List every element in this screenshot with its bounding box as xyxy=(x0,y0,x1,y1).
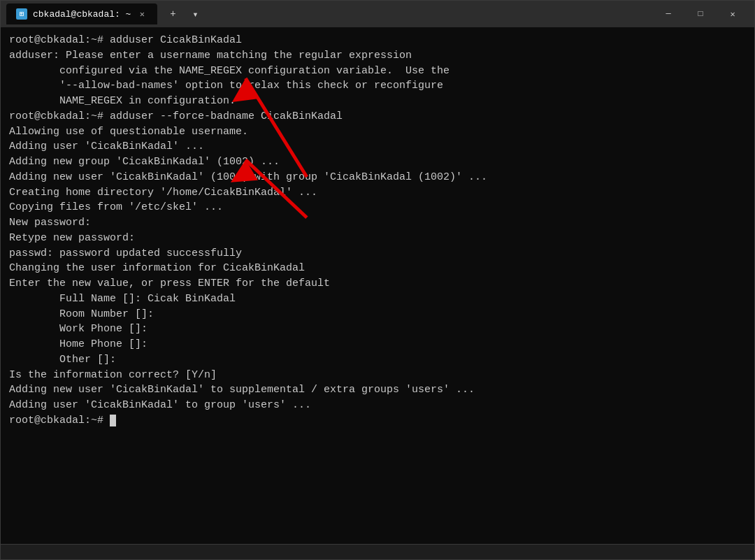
tab-label: cbkadal@cbkadal: ~ xyxy=(33,9,131,20)
toolbar-buttons: + ▾ xyxy=(163,4,205,24)
terminal-line: Enter the new value, or press ENTER for … xyxy=(9,276,746,292)
terminal-line: Adding user 'CicakBinKadal' ... xyxy=(9,139,746,155)
terminal-line: NAME_REGEX in configuration. xyxy=(9,94,746,109)
terminal-line: root@cbkadal:~# xyxy=(9,413,746,429)
terminal-line: root@cbkadal:~# adduser CicakBinKadal xyxy=(9,33,746,48)
terminal-window: ⊞ cbkadal@cbkadal: ~ ✕ + ▾ ─ □ ✕ root@cb… xyxy=(0,0,755,560)
terminal-line: Adding new group 'CicakBinKadal' (1002) … xyxy=(9,155,746,170)
terminal-line: New password: xyxy=(9,215,746,231)
terminal-output: root@cbkadal:~# adduser CicakBinKadaladd… xyxy=(9,33,746,429)
terminal-line: Adding new user 'CicakBinKadal' to suppl… xyxy=(9,382,746,398)
terminal-cursor xyxy=(110,415,116,426)
terminal-line: Adding new user 'CicakBinKadal' (1002) w… xyxy=(9,170,746,185)
terminal-line: passwd: password updated successfully xyxy=(9,246,746,261)
terminal-line: Full Name []: Cicak BinKadal xyxy=(9,292,746,307)
terminal-line: Is the information correct? [Y/n] xyxy=(9,368,746,383)
title-bar: ⊞ cbkadal@cbkadal: ~ ✕ + ▾ ─ □ ✕ xyxy=(1,1,754,27)
terminal-line: Allowing use of questionable username. xyxy=(9,124,746,140)
terminal-line: Other []: xyxy=(9,352,746,368)
terminal-line: Room Number []: xyxy=(9,307,746,322)
terminal-line: Creating home directory '/home/CicakBinK… xyxy=(9,185,746,201)
terminal-content[interactable]: root@cbkadal:~# adduser CicakBinKadaladd… xyxy=(1,27,754,544)
tab-icon: ⊞ xyxy=(16,8,27,20)
terminal-line: '--allow-bad-names' option to relax this… xyxy=(9,78,746,94)
minimize-button[interactable]: ─ xyxy=(652,1,684,27)
window-controls: ─ □ ✕ xyxy=(652,1,749,27)
terminal-line: Home Phone []: xyxy=(9,337,746,352)
terminal-line: Retype new password: xyxy=(9,231,746,246)
new-tab-button[interactable]: + xyxy=(163,4,182,24)
terminal-line: Copying files from '/etc/skel' ... xyxy=(9,200,746,215)
terminal-line: adduser: Please enter a username matchin… xyxy=(9,48,746,64)
terminal-line: configured via the NAME_REGEX configurat… xyxy=(9,64,746,79)
close-button[interactable]: ✕ xyxy=(717,1,749,27)
terminal-line: Changing the user information for CicakB… xyxy=(9,261,746,276)
terminal-tab[interactable]: ⊞ cbkadal@cbkadal: ~ ✕ xyxy=(6,3,157,24)
dropdown-button[interactable]: ▾ xyxy=(185,4,205,24)
maximize-button[interactable]: □ xyxy=(684,1,717,27)
terminal-line: Adding user 'CicakBinKadal' to group 'us… xyxy=(9,398,746,413)
terminal-line: root@cbkadal:~# adduser --force-badname … xyxy=(9,109,746,124)
terminal-line: Work Phone []: xyxy=(9,322,746,337)
bottom-bar xyxy=(1,544,754,559)
tab-close-button[interactable]: ✕ xyxy=(136,8,148,20)
